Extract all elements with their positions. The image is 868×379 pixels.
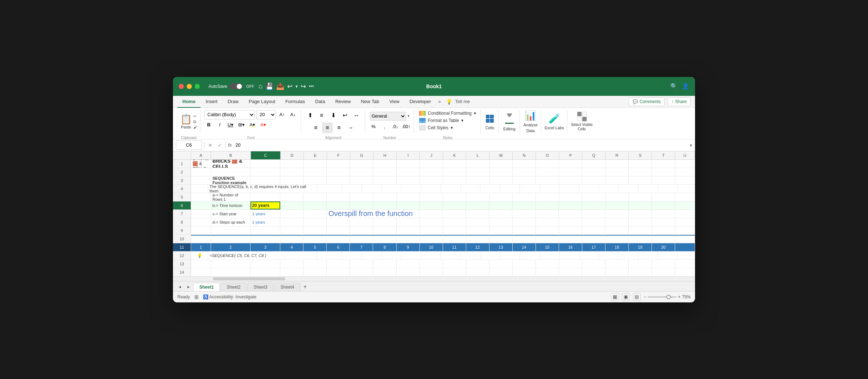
cell-a1[interactable]: BRICKS 🧱 & CELLS xyxy=(191,160,211,168)
cell-m14[interactable] xyxy=(489,268,513,276)
cell-q6[interactable] xyxy=(582,201,605,209)
cell-f6[interactable] xyxy=(327,201,350,209)
cell-g4[interactable] xyxy=(401,185,421,193)
cell-j7[interactable] xyxy=(489,210,512,218)
cell-o13[interactable] xyxy=(536,260,559,268)
merge-button[interactable]: ↔ xyxy=(351,110,362,121)
cell-n11[interactable]: 14 xyxy=(513,243,536,251)
formula-confirm-button[interactable]: ✓ xyxy=(216,142,223,148)
undo-icon[interactable]: ↩ xyxy=(287,82,293,90)
cell-o6[interactable] xyxy=(536,201,559,209)
cell-n4[interactable] xyxy=(540,185,559,193)
search-icon[interactable]: 🔍 xyxy=(670,83,678,90)
cell-i4[interactable] xyxy=(441,185,460,193)
cell-g11[interactable]: 7 xyxy=(350,243,373,251)
col-header-d[interactable]: D xyxy=(281,151,304,159)
cell-f9[interactable] xyxy=(327,227,350,235)
cell-t14[interactable] xyxy=(652,268,675,276)
cell-s3[interactable] xyxy=(629,176,652,184)
cell-n3[interactable] xyxy=(513,176,536,184)
cell-u3[interactable] xyxy=(675,176,695,184)
cell-r2[interactable] xyxy=(605,168,629,176)
cell-j9[interactable] xyxy=(420,227,443,235)
minimize-button[interactable] xyxy=(187,84,192,89)
cell-s14[interactable] xyxy=(629,268,652,276)
cell-t9[interactable] xyxy=(652,227,675,235)
cell-c3[interactable] xyxy=(251,176,280,184)
col-header-b[interactable]: B xyxy=(211,151,251,159)
zoom-out-button[interactable]: − xyxy=(644,294,646,299)
tab-data[interactable]: Data xyxy=(310,96,330,108)
col-header-a[interactable]: A xyxy=(191,151,211,159)
cell-h9[interactable] xyxy=(373,227,396,235)
tell-me-input[interactable]: Tell me xyxy=(455,99,470,104)
cell-b9[interactable] xyxy=(211,227,251,235)
cell-c6[interactable]: 20 years xyxy=(251,201,280,209)
row-header-10[interactable]: 10 xyxy=(173,235,191,243)
cell-k12[interactable] xyxy=(480,252,500,260)
cell-l9[interactable] xyxy=(466,227,489,235)
cell-f11[interactable]: 6 xyxy=(327,243,350,251)
insert-cells-button[interactable] xyxy=(484,113,495,124)
cell-c14[interactable] xyxy=(251,268,280,276)
cell-q8[interactable] xyxy=(582,218,605,226)
maximize-button[interactable] xyxy=(195,84,200,89)
cell-a13[interactable] xyxy=(191,260,211,268)
cell-a2[interactable] xyxy=(191,168,211,176)
col-header-i[interactable]: I xyxy=(397,151,420,159)
cell-f3[interactable] xyxy=(327,176,350,184)
undo-dropdown-icon[interactable]: ▾ xyxy=(295,84,298,89)
cell-t11[interactable]: 20 xyxy=(652,243,675,251)
cell-l2[interactable] xyxy=(466,168,489,176)
cell-c8[interactable]: 1 years xyxy=(251,218,280,226)
col-header-u[interactable]: U xyxy=(675,151,695,159)
autosave-toggle[interactable] xyxy=(230,83,243,90)
more-toolbar-icon[interactable]: ••• xyxy=(309,83,314,89)
cell-d13[interactable] xyxy=(280,260,303,268)
cell-q7[interactable] xyxy=(652,210,675,218)
cell-a7[interactable] xyxy=(191,210,211,218)
cell-j1[interactable] xyxy=(420,160,443,168)
tab-home[interactable]: Home xyxy=(177,96,201,108)
font-name-select[interactable]: Calibri (Body) xyxy=(204,110,255,119)
zoom-knob[interactable] xyxy=(666,295,671,299)
sheet-tab-1[interactable]: Sheet1 xyxy=(193,283,220,291)
cell-l7[interactable] xyxy=(536,210,559,218)
cell-p4[interactable] xyxy=(579,185,599,193)
cell-b13[interactable] xyxy=(211,260,251,268)
scroll-thumb[interactable] xyxy=(213,277,285,280)
cell-u11[interactable] xyxy=(675,243,695,251)
cell-o3[interactable] xyxy=(536,176,559,184)
cell-s9[interactable] xyxy=(629,227,652,235)
cell-f10[interactable] xyxy=(327,235,350,243)
tab-overflow[interactable]: » xyxy=(436,96,443,107)
row-header-4[interactable]: 4 xyxy=(173,185,191,193)
sheet-tab-3[interactable]: Sheet3 xyxy=(247,283,273,291)
cell-g10[interactable] xyxy=(350,235,373,243)
cell-b10[interactable] xyxy=(211,235,251,243)
cell-c11[interactable]: 3 xyxy=(251,243,280,251)
cell-k13[interactable] xyxy=(443,260,466,268)
cut-button[interactable]: ✂ xyxy=(193,114,197,119)
cell-reference-input[interactable] xyxy=(176,140,202,150)
cell-r1[interactable] xyxy=(605,160,629,168)
cell-h14[interactable] xyxy=(373,268,396,276)
cell-o14[interactable] xyxy=(536,268,559,276)
cell-i14[interactable] xyxy=(397,268,420,276)
cell-i5[interactable] xyxy=(397,193,420,201)
cell-h7[interactable] xyxy=(442,210,466,218)
cell-u5[interactable] xyxy=(675,193,695,201)
col-header-f[interactable]: F xyxy=(327,151,350,159)
row-header-13[interactable]: 13 xyxy=(173,260,191,268)
cell-j14[interactable] xyxy=(420,268,443,276)
cell-h1[interactable] xyxy=(373,160,396,168)
cell-s10[interactable] xyxy=(629,235,652,243)
cell-t1[interactable] xyxy=(652,160,675,168)
cell-e13[interactable] xyxy=(303,260,327,268)
fill-color-button[interactable]: A▾ xyxy=(248,120,257,130)
cell-l12[interactable] xyxy=(500,252,520,260)
cell-c5[interactable] xyxy=(251,193,280,201)
cell-e2[interactable] xyxy=(303,168,327,176)
cell-b5[interactable]: a-> Number of Rows 1 xyxy=(211,193,251,201)
cell-a4[interactable] xyxy=(191,185,208,193)
